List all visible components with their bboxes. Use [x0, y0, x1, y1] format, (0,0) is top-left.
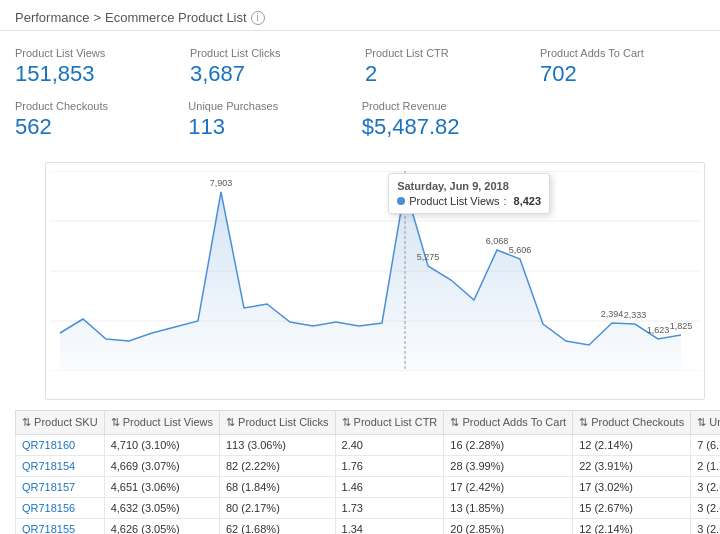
breadcrumb: Performance > Ecommerce Product List i — [15, 10, 705, 25]
col-adds[interactable]: ⇅ Product Adds To Cart — [444, 411, 573, 435]
table-row[interactable]: QR7181554,626 (3.05%)62 (1.68%)1.3420 (2… — [16, 519, 721, 535]
table-cell: 17 (2.42%) — [444, 477, 573, 498]
table-cell: 80 (2.17%) — [219, 498, 335, 519]
metric-value: 113 — [188, 114, 351, 140]
col-purchases[interactable]: ⇅ Unique Purchases — [691, 411, 720, 435]
table-cell: 12 (2.14%) — [573, 519, 691, 535]
chart-container: Product List Views 10k 7.5k 5k 2.5k 0 Ma… — [0, 152, 720, 410]
table-cell: 4,710 (3.10%) — [104, 435, 219, 456]
table-cell: 13 (1.85%) — [444, 498, 573, 519]
metric-label: Product List Clicks — [190, 47, 355, 59]
col-list-clicks[interactable]: ⇅ Product List Clicks — [219, 411, 335, 435]
table-cell: 2.40 — [335, 435, 444, 456]
table-cell: 1.76 — [335, 456, 444, 477]
metric-card: Product List Views 151,853 — [15, 43, 180, 91]
table-row[interactable]: QR7181544,669 (3.07%)82 (2.22%)1.7628 (3… — [16, 456, 721, 477]
table-cell[interactable]: QR718154 — [16, 456, 105, 477]
svg-text:5,275: 5,275 — [417, 252, 440, 262]
data-table: ⇅ Product SKU ⇅ Product List Views ⇅ Pro… — [15, 410, 720, 534]
page-wrapper: Performance > Ecommerce Product List i P… — [0, 0, 720, 534]
table-cell: 28 (3.99%) — [444, 456, 573, 477]
table-cell: 3 (2.65%) — [691, 519, 720, 535]
table-cell: 4,669 (3.07%) — [104, 456, 219, 477]
table-cell: 1.34 — [335, 519, 444, 535]
metric-card: Product List CTR 2 — [365, 43, 530, 91]
metric-label: Product List CTR — [365, 47, 530, 59]
table-cell: 22 (3.91%) — [573, 456, 691, 477]
metric-value: 151,853 — [15, 61, 180, 87]
breadcrumb-sep: > — [93, 10, 101, 25]
table-cell: 3 (2.65%) — [691, 498, 720, 519]
col-list-ctr[interactable]: ⇅ Product List CTR — [335, 411, 444, 435]
table-cell: 17 (3.02%) — [573, 477, 691, 498]
table-cell: 4,651 (3.06%) — [104, 477, 219, 498]
table-cell: 20 (2.85%) — [444, 519, 573, 535]
table-cell: 3 (2.65%) — [691, 477, 720, 498]
svg-point-28 — [401, 183, 409, 191]
table-cell: 1.73 — [335, 498, 444, 519]
breadcrumb-part2: Ecommerce Product List — [105, 10, 247, 25]
col-checkouts[interactable]: ⇅ Product Checkouts — [573, 411, 691, 435]
metric-label: Unique Purchases — [188, 100, 351, 112]
metric-card: Product Adds To Cart 702 — [540, 43, 705, 91]
table-cell: 12 (2.14%) — [573, 435, 691, 456]
svg-text:5,606: 5,606 — [509, 245, 532, 255]
svg-text:7,903: 7,903 — [210, 178, 233, 188]
chart-svg: 10k 7.5k 5k 2.5k 0 May 21 May 28 Jun 4 J… — [46, 171, 704, 371]
svg-text:2,333: 2,333 — [624, 310, 647, 320]
metric-card: Unique Purchases 113 — [188, 96, 351, 144]
table-cell[interactable]: QR718156 — [16, 498, 105, 519]
svg-text:1,623: 1,623 — [647, 325, 670, 335]
table-cell: 4,632 (3.05%) — [104, 498, 219, 519]
table-cell: 4,626 (3.05%) — [104, 519, 219, 535]
svg-text:2,394: 2,394 — [601, 309, 624, 319]
breadcrumb-part1: Performance — [15, 10, 89, 25]
metric-label: Product Adds To Cart — [540, 47, 705, 59]
table-cell: 2 (1.77%) — [691, 456, 720, 477]
table-cell: 16 (2.28%) — [444, 435, 573, 456]
metric-label: Product List Views — [15, 47, 180, 59]
table-body: QR7181604,710 (3.10%)113 (3.06%)2.4016 (… — [16, 435, 721, 535]
table-cell[interactable]: QR718160 — [16, 435, 105, 456]
metric-value: 562 — [15, 114, 178, 140]
table-cell[interactable]: QR718157 — [16, 477, 105, 498]
svg-text:1,825: 1,825 — [670, 321, 693, 331]
metrics-row2: Product Checkouts 562 Unique Purchases 1… — [0, 91, 540, 152]
metric-card: Product Revenue $5,487.82 — [362, 96, 525, 144]
svg-text:6,068: 6,068 — [486, 236, 509, 246]
chart-area: 10k 7.5k 5k 2.5k 0 May 21 May 28 Jun 4 J… — [45, 162, 705, 400]
table-container: ⇅ Product SKU ⇅ Product List Views ⇅ Pro… — [0, 410, 720, 534]
col-list-views[interactable]: ⇅ Product List Views — [104, 411, 219, 435]
chart-area-fill — [60, 187, 681, 371]
table-cell: 62 (1.68%) — [219, 519, 335, 535]
metric-value: 2 — [365, 61, 530, 87]
metric-value: $5,487.82 — [362, 114, 525, 140]
table-cell: 68 (1.84%) — [219, 477, 335, 498]
metric-card: Product List Clicks 3,687 — [190, 43, 355, 91]
metric-label: Product Revenue — [362, 100, 525, 112]
info-icon[interactable]: i — [251, 11, 265, 25]
table-cell: 1.46 — [335, 477, 444, 498]
header: Performance > Ecommerce Product List i — [0, 0, 720, 31]
table-cell[interactable]: QR718155 — [16, 519, 105, 535]
table-row[interactable]: QR7181604,710 (3.10%)113 (3.06%)2.4016 (… — [16, 435, 721, 456]
table-row[interactable]: QR7181574,651 (3.06%)68 (1.84%)1.4617 (2… — [16, 477, 721, 498]
metric-value: 3,687 — [190, 61, 355, 87]
table-row[interactable]: QR7181564,632 (3.05%)80 (2.17%)1.7313 (1… — [16, 498, 721, 519]
metrics-row1: Product List Views 151,853 Product List … — [0, 31, 720, 91]
table-cell: 7 (6.19%) — [691, 435, 720, 456]
table-header: ⇅ Product SKU ⇅ Product List Views ⇅ Pro… — [16, 411, 721, 435]
metric-value: 702 — [540, 61, 705, 87]
table-cell: 15 (2.67%) — [573, 498, 691, 519]
table-header-row: ⇅ Product SKU ⇅ Product List Views ⇅ Pro… — [16, 411, 721, 435]
table-cell: 113 (3.06%) — [219, 435, 335, 456]
table-cell: 82 (2.22%) — [219, 456, 335, 477]
metric-card: Product Checkouts 562 — [15, 96, 178, 144]
metric-label: Product Checkouts — [15, 100, 178, 112]
col-sku[interactable]: ⇅ Product SKU — [16, 411, 105, 435]
